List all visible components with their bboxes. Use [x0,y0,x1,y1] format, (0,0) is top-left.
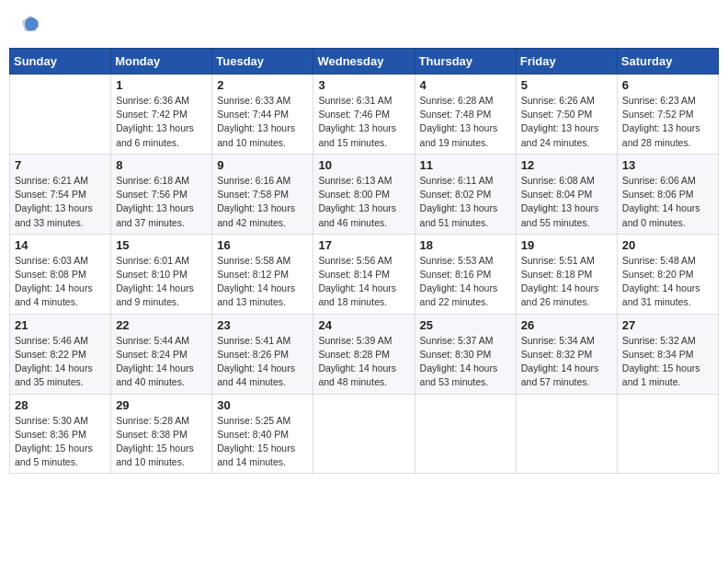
column-header-sunday: Sunday [10,49,111,75]
column-header-wednesday: Wednesday [313,49,415,75]
day-number: 4 [420,78,511,92]
day-cell: 22Sunrise: 5:44 AM Sunset: 8:24 PM Dayli… [111,314,212,394]
day-info: Sunrise: 6:26 AM Sunset: 7:50 PM Dayligh… [521,94,612,150]
day-number: 11 [420,158,511,172]
day-info: Sunrise: 6:21 AM Sunset: 7:54 PM Dayligh… [15,174,106,230]
day-info: Sunrise: 6:01 AM Sunset: 8:10 PM Dayligh… [116,254,207,310]
day-info: Sunrise: 6:06 AM Sunset: 8:06 PM Dayligh… [622,174,713,230]
day-number: 7 [15,158,106,172]
logo-icon [20,14,40,34]
day-cell: 3Sunrise: 6:31 AM Sunset: 7:46 PM Daylig… [313,75,415,155]
day-number: 9 [217,158,308,172]
day-cell: 4Sunrise: 6:28 AM Sunset: 7:48 PM Daylig… [415,75,516,155]
day-cell: 5Sunrise: 6:26 AM Sunset: 7:50 PM Daylig… [516,75,617,155]
day-number: 24 [318,318,409,332]
day-cell: 23Sunrise: 5:41 AM Sunset: 8:26 PM Dayli… [212,314,313,394]
column-header-friday: Friday [516,49,617,75]
day-cell: 30Sunrise: 5:25 AM Sunset: 8:40 PM Dayli… [212,394,313,474]
day-cell [313,394,415,474]
day-cell: 12Sunrise: 6:08 AM Sunset: 8:04 PM Dayli… [516,154,617,234]
column-header-saturday: Saturday [617,49,718,75]
day-number: 18 [420,238,511,252]
day-number: 15 [116,238,207,252]
day-cell: 10Sunrise: 6:13 AM Sunset: 8:00 PM Dayli… [313,154,415,234]
day-cell: 2Sunrise: 6:33 AM Sunset: 7:44 PM Daylig… [212,75,313,155]
day-cell [415,394,516,474]
day-number: 25 [420,318,511,332]
day-number: 19 [521,238,612,252]
day-cell: 24Sunrise: 5:39 AM Sunset: 8:28 PM Dayli… [313,314,415,394]
day-info: Sunrise: 6:28 AM Sunset: 7:48 PM Dayligh… [420,94,511,150]
day-info: Sunrise: 5:41 AM Sunset: 8:26 PM Dayligh… [217,334,308,390]
day-info: Sunrise: 6:08 AM Sunset: 8:04 PM Dayligh… [521,174,612,230]
day-info: Sunrise: 6:11 AM Sunset: 8:02 PM Dayligh… [420,174,511,230]
day-info: Sunrise: 5:37 AM Sunset: 8:30 PM Dayligh… [420,334,511,390]
day-info: Sunrise: 5:46 AM Sunset: 8:22 PM Dayligh… [15,334,106,390]
day-info: Sunrise: 6:18 AM Sunset: 7:56 PM Dayligh… [116,174,207,230]
day-info: Sunrise: 5:25 AM Sunset: 8:40 PM Dayligh… [217,414,308,470]
day-cell: 15Sunrise: 6:01 AM Sunset: 8:10 PM Dayli… [111,234,212,314]
day-info: Sunrise: 6:03 AM Sunset: 8:08 PM Dayligh… [15,254,106,310]
day-cell: 16Sunrise: 5:58 AM Sunset: 8:12 PM Dayli… [212,234,313,314]
week-row-5: 28Sunrise: 5:30 AM Sunset: 8:36 PM Dayli… [10,394,719,474]
day-cell: 27Sunrise: 5:32 AM Sunset: 8:34 PM Dayli… [617,314,718,394]
day-cell: 28Sunrise: 5:30 AM Sunset: 8:36 PM Dayli… [10,394,111,474]
day-info: Sunrise: 5:56 AM Sunset: 8:14 PM Dayligh… [318,254,409,310]
day-info: Sunrise: 5:39 AM Sunset: 8:28 PM Dayligh… [318,334,409,390]
day-info: Sunrise: 6:16 AM Sunset: 7:58 PM Dayligh… [217,174,308,230]
day-info: Sunrise: 6:23 AM Sunset: 7:52 PM Dayligh… [622,94,713,150]
calendar-header-row: SundayMondayTuesdayWednesdayThursdayFrid… [10,49,719,75]
day-info: Sunrise: 5:32 AM Sunset: 8:34 PM Dayligh… [622,334,713,390]
day-cell [10,75,111,155]
day-number: 26 [521,318,612,332]
day-number: 20 [622,238,713,252]
day-cell: 19Sunrise: 5:51 AM Sunset: 8:18 PM Dayli… [516,234,617,314]
day-info: Sunrise: 6:31 AM Sunset: 7:46 PM Dayligh… [318,94,409,150]
day-cell: 18Sunrise: 5:53 AM Sunset: 8:16 PM Dayli… [415,234,516,314]
day-number: 28 [15,398,106,412]
day-cell: 14Sunrise: 6:03 AM Sunset: 8:08 PM Dayli… [10,234,111,314]
day-number: 3 [318,78,409,92]
day-number: 23 [217,318,308,332]
day-info: Sunrise: 5:51 AM Sunset: 8:18 PM Dayligh… [521,254,612,310]
day-number: 16 [217,238,308,252]
day-number: 8 [116,158,207,172]
day-info: Sunrise: 5:34 AM Sunset: 8:32 PM Dayligh… [521,334,612,390]
day-info: Sunrise: 5:58 AM Sunset: 8:12 PM Dayligh… [217,254,308,310]
column-header-tuesday: Tuesday [212,49,313,75]
day-info: Sunrise: 6:33 AM Sunset: 7:44 PM Dayligh… [217,94,308,150]
day-cell: 21Sunrise: 5:46 AM Sunset: 8:22 PM Dayli… [10,314,111,394]
day-cell: 7Sunrise: 6:21 AM Sunset: 7:54 PM Daylig… [10,154,111,234]
day-number: 14 [15,238,106,252]
week-row-2: 7Sunrise: 6:21 AM Sunset: 7:54 PM Daylig… [10,154,719,234]
day-number: 12 [521,158,612,172]
day-number: 29 [116,398,207,412]
page-header [9,9,719,39]
day-number: 6 [622,78,713,92]
day-cell: 9Sunrise: 6:16 AM Sunset: 7:58 PM Daylig… [212,154,313,234]
day-number: 22 [116,318,207,332]
day-info: Sunrise: 5:28 AM Sunset: 8:38 PM Dayligh… [116,414,207,470]
day-info: Sunrise: 5:30 AM Sunset: 8:36 PM Dayligh… [15,414,106,470]
day-cell [516,394,617,474]
day-cell: 8Sunrise: 6:18 AM Sunset: 7:56 PM Daylig… [111,154,212,234]
day-number: 21 [15,318,106,332]
day-cell: 17Sunrise: 5:56 AM Sunset: 8:14 PM Dayli… [313,234,415,314]
day-cell: 11Sunrise: 6:11 AM Sunset: 8:02 PM Dayli… [415,154,516,234]
day-cell: 1Sunrise: 6:36 AM Sunset: 7:42 PM Daylig… [111,75,212,155]
logo [17,14,42,34]
column-header-monday: Monday [111,49,212,75]
calendar-table: SundayMondayTuesdayWednesdayThursdayFrid… [9,48,719,474]
day-info: Sunrise: 6:13 AM Sunset: 8:00 PM Dayligh… [318,174,409,230]
day-cell: 6Sunrise: 6:23 AM Sunset: 7:52 PM Daylig… [617,75,718,155]
day-cell: 29Sunrise: 5:28 AM Sunset: 8:38 PM Dayli… [111,394,212,474]
day-number: 17 [318,238,409,252]
week-row-3: 14Sunrise: 6:03 AM Sunset: 8:08 PM Dayli… [10,234,719,314]
day-info: Sunrise: 5:44 AM Sunset: 8:24 PM Dayligh… [116,334,207,390]
day-number: 27 [622,318,713,332]
day-cell: 13Sunrise: 6:06 AM Sunset: 8:06 PM Dayli… [617,154,718,234]
day-number: 5 [521,78,612,92]
day-info: Sunrise: 5:48 AM Sunset: 8:20 PM Dayligh… [622,254,713,310]
day-cell: 25Sunrise: 5:37 AM Sunset: 8:30 PM Dayli… [415,314,516,394]
week-row-4: 21Sunrise: 5:46 AM Sunset: 8:22 PM Dayli… [10,314,719,394]
